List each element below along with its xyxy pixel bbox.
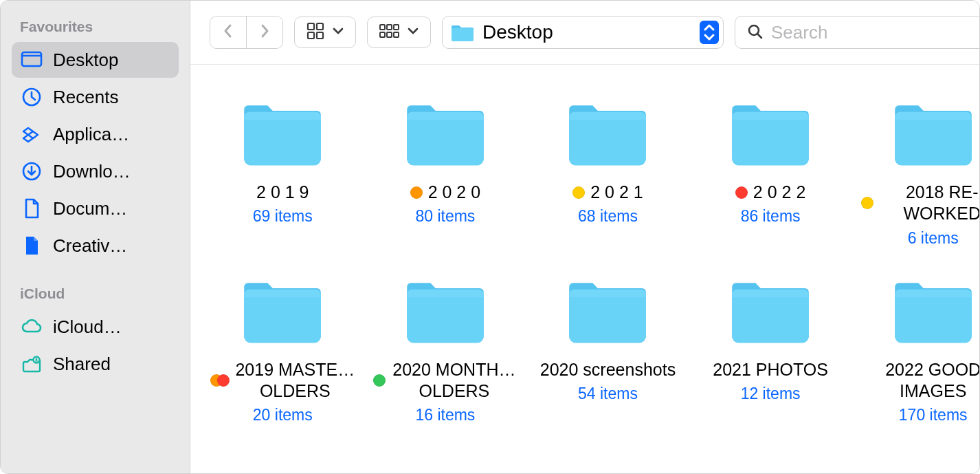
tag-dot [572, 186, 585, 199]
sidebar-item-label: iCloud… [53, 316, 122, 338]
tag-dot [217, 374, 230, 387]
folder-icon [565, 275, 650, 347]
item-count: 86 items [741, 207, 801, 226]
search-box[interactable] [735, 16, 980, 49]
search-icon [746, 23, 763, 42]
item-name-row: 2 0 2 1 [572, 182, 643, 203]
sidebar-item-shared[interactable]: Shared [12, 346, 179, 382]
group-by-button[interactable] [367, 17, 431, 48]
desktop-icon [20, 48, 43, 72]
folder-icon [451, 23, 474, 41]
icloud-icon [20, 315, 43, 338]
item-count: 80 items [415, 207, 475, 226]
updown-icon [702, 23, 717, 42]
folder-item[interactable]: 2022 GOOD IMAGES170 items [854, 275, 980, 425]
tag-dot [373, 374, 386, 387]
folder-icon [728, 98, 813, 169]
item-count: 170 items [899, 406, 968, 424]
folder-item[interactable]: 2 0 2 286 items [692, 98, 849, 248]
sidebar-item-label: Downlo… [53, 161, 131, 182]
tag-dots [735, 186, 748, 199]
item-name: 2018 RE-WORKED [879, 182, 980, 225]
folder-item[interactable]: 2020 MONTH…OLDERS16 items [367, 275, 524, 425]
sidebar-item-applica-[interactable]: Applica… [12, 116, 179, 152]
path-updown-button[interactable] [700, 21, 719, 44]
item-name: 2 0 1 9 [256, 182, 309, 203]
forward-button[interactable] [246, 17, 282, 48]
tag-dots [572, 186, 585, 199]
search-input[interactable] [771, 22, 980, 43]
creative-cloud-icon [20, 234, 43, 257]
shared-icon [20, 352, 43, 376]
documents-icon [20, 197, 43, 220]
item-count: 54 items [578, 385, 638, 403]
back-button[interactable] [210, 17, 246, 48]
item-name-row: 2019 MASTE…OLDERS [210, 359, 355, 402]
folder-item[interactable]: 2018 RE-WORKED6 items [854, 98, 980, 248]
item-name: 2 0 2 1 [590, 182, 643, 203]
item-count: 68 items [578, 207, 638, 226]
sidebar-item-downlo-[interactable]: Downlo… [12, 153, 179, 189]
sidebar-item-desktop[interactable]: Desktop [12, 42, 179, 78]
folder-icon [240, 98, 325, 169]
content-area: 2 0 1 969 items2 0 2 080 items2 0 2 168 … [190, 65, 980, 473]
tag-dots [210, 374, 230, 387]
grid-icon [306, 21, 325, 43]
folder-icon [240, 275, 325, 347]
folder-item[interactable]: 2 0 2 168 items [529, 98, 687, 248]
folder-icon [891, 98, 976, 169]
sidebar-item-recents[interactable]: Recents [12, 79, 179, 115]
folder-icon [891, 275, 976, 347]
chevron-down-icon [332, 25, 344, 40]
recents-icon [20, 85, 43, 109]
applications-icon [20, 122, 43, 146]
tag-dots [861, 197, 873, 209]
sidebar-item-icloud-[interactable]: iCloud… [12, 309, 179, 345]
toolbar: Desktop [190, 1, 980, 65]
item-name-row: 2 0 1 9 [256, 182, 309, 203]
item-count: 12 items [741, 385, 801, 403]
tag-dots [410, 186, 423, 199]
folder-item[interactable]: 2 0 1 969 items [204, 98, 361, 248]
item-count: 16 items [415, 406, 475, 424]
item-name: 2020 MONTH…OLDERS [391, 359, 517, 402]
tag-dots [373, 374, 386, 387]
sidebar: FavouritesDesktopRecentsApplica…Downlo…D… [1, 1, 190, 473]
folder-icon [728, 275, 813, 347]
sidebar-item-creativ-[interactable]: Creativ… [12, 228, 179, 263]
folder-item[interactable]: 2020 screenshots54 items [529, 275, 687, 425]
view-icon-button[interactable] [294, 17, 356, 48]
item-count: 6 items [908, 229, 959, 248]
tag-dot [735, 186, 748, 199]
downloads-icon [20, 160, 43, 183]
sidebar-item-docum-[interactable]: Docum… [12, 191, 179, 226]
folder-item[interactable]: 2021 PHOTOS12 items [692, 275, 849, 425]
nav-buttons [210, 16, 283, 49]
chevron-left-icon [221, 23, 235, 42]
path-control[interactable]: Desktop [442, 16, 724, 49]
item-name: 2 0 2 0 [428, 182, 480, 203]
tag-dot [410, 186, 423, 199]
path-label: Desktop [482, 21, 691, 43]
folder-icon [565, 98, 650, 169]
item-name-row: 2018 RE-WORKED [861, 182, 980, 225]
sidebar-item-label: Docum… [53, 198, 127, 219]
items-grid: 2 0 1 969 items2 0 2 080 items2 0 2 168 … [204, 98, 980, 424]
sidebar-item-label: Recents [53, 87, 118, 108]
gallery-icon [379, 21, 400, 43]
item-name-row: 2020 screenshots [540, 359, 676, 380]
main-area: Desktop 2 0 1 969 items2 0 2 080 items2 … [190, 1, 980, 473]
folder-item[interactable]: 2 0 2 080 items [367, 98, 524, 248]
chevron-right-icon [258, 23, 271, 42]
item-count: 20 items [253, 406, 313, 424]
folder-icon [403, 98, 488, 169]
item-count: 69 items [253, 207, 313, 226]
sidebar-section-header: Favourites [12, 13, 179, 42]
folder-item[interactable]: 2019 MASTE…OLDERS20 items [204, 275, 361, 425]
item-name-row: 2021 PHOTOS [713, 359, 828, 380]
sidebar-section-header: iCloud [12, 280, 179, 309]
item-name: 2021 PHOTOS [713, 359, 828, 380]
item-name: 2020 screenshots [540, 359, 676, 380]
item-name-row: 2022 GOOD IMAGES [861, 359, 980, 402]
item-name: 2019 MASTE…OLDERS [235, 359, 355, 402]
